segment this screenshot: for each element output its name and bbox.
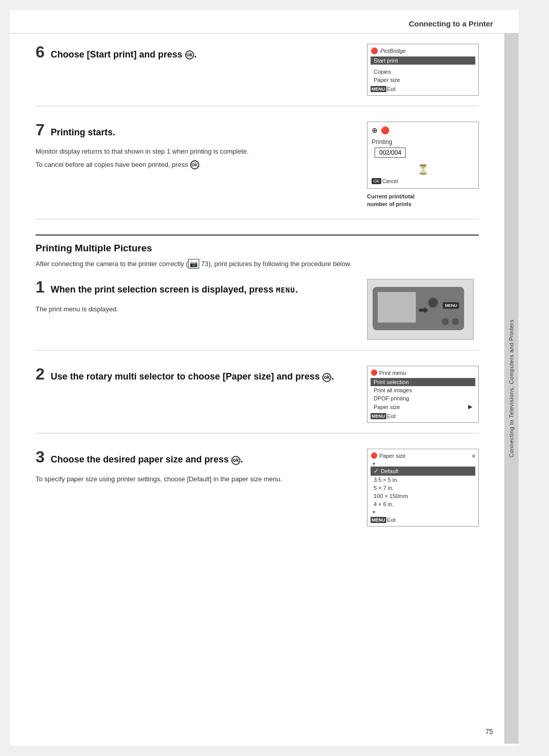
check-icon: ✓ [374,468,379,475]
dpof-item: DPOF printing [371,394,475,402]
menu-label-2: MENU [371,413,386,419]
step-6-title: Choose [Start print] and press ok. [51,49,197,61]
step-3-body1: To specify paper size using printer sett… [36,474,352,484]
camera-lens [428,297,439,308]
scroll-up: ▾ [371,461,475,467]
step-3-number: 3 [36,449,45,465]
menu-keyword-1: MENU [276,286,295,294]
step-3-title: Choose the desired paper size and press … [51,454,243,466]
pictbridge-label: PictBridge [380,48,406,54]
printing-label: Printing [372,138,474,146]
print-menu-header: 🔴 Print menu [371,369,475,376]
section-heading: Printing Multiple Pictures [36,243,479,254]
step-6-screen: 🔴 PictBridge Start print Copies Paper si… [367,44,479,96]
paper-size-footer: MENU Exit [371,517,475,523]
step-2-number: 2 [36,366,45,382]
step-2-right: 🔴 Print menu Print selection Print all i… [367,366,479,423]
default-item: ✓ Default [371,467,475,476]
camera-icon-7: 🔴 [381,126,389,134]
menu-button-camera: MENU [443,302,459,309]
exit-label-2: Exit [387,414,396,419]
paper-size-title: Paper size [379,453,406,459]
camera-btn-2 [442,318,449,325]
size-4-6-item: 4 × 6 in. [371,500,475,508]
main-content: 6 Choose [Start print] and press ok. 🔴 P… [10,34,504,744]
step-7-right: ⊕ 🔴 Printing 002/004 ⏳ OK Cancel [367,122,479,209]
ok-icon-3: ok [231,456,240,465]
camera-mockup-1: MENU ➡ [367,279,474,340]
size-5-7-item: 5 × 7 in. [371,484,475,492]
default-label: Default [381,468,399,474]
step-7-number: 7 [36,122,45,138]
step-6-section: 6 Choose [Start print] and press ok. 🔴 P… [36,44,479,106]
scroll-down: ▾ [371,508,475,515]
step-7-section: 7 Printing starts. Monitor display retur… [36,122,479,219]
cancel-label: Cancel [382,179,398,184]
step-6-right: 🔴 PictBridge Start print Copies Paper si… [367,44,479,96]
menu-label-3: MENU [371,517,386,523]
side-tab-text: Connecting to Televisions, Computers and… [508,319,514,457]
arrow-right-icon: ▶ [468,403,472,410]
step-7-body2: To cancel before all copies have been pr… [36,160,352,170]
size-3-5-item: 3.5 × 5 in. [371,476,475,484]
step-2-section: 2 Use the rotary multi selector to choos… [36,366,479,433]
print-menu-footer: MENU Exit [371,413,475,419]
step-2-left: 2 Use the rotary multi selector to choos… [36,366,352,423]
paper-size-item-6: Paper size [371,76,475,84]
menu-label-6: MENU [371,86,386,92]
page-ref-icon: 📷 [188,259,199,269]
screen-6-header: 🔴 PictBridge [371,47,475,54]
step-6-left: 6 Choose [Start print] and press ok. [36,44,352,96]
cancel-row: OK Cancel [372,178,474,184]
size-100-150-item: 100 × 150mm [371,492,475,500]
arrow-indicator: ➡ [418,304,428,317]
paper-size-header-left: 🔴 Paper size [371,452,406,459]
step-3-left: 3 Choose the desired paper size and pres… [36,449,352,527]
ok-icon-2: ok [322,373,331,382]
ok-icon-7: ok [190,160,199,169]
print-counter: 002/004 [375,148,406,158]
page-header: Connecting to a Printer [10,10,518,34]
print-caption: Current print/totalnumber of prints [367,193,479,209]
exit-label-6: Exit [387,86,396,92]
page-number: 75 [485,728,493,736]
step-2-title: Use the rotary multi selector to choose … [51,371,334,383]
paper-size-label-2: Paper size [374,404,400,410]
step-3-right: 🔴 Paper size ≡ ▾ ✓ Default 3.5 × 5 in. 5… [367,449,479,527]
printing-top-icons: ⊕ 🔴 [372,126,474,134]
paper-size-header: 🔴 Paper size ≡ [371,452,475,459]
step-7-body1: Monitor display returns to that shown in… [36,147,352,157]
step-7-title: Printing starts. [51,127,115,138]
paper-size-icon: 🔴 [371,452,378,459]
content-area: 6 Choose [Start print] and press ok. 🔴 P… [10,34,518,744]
side-tab: Connecting to Televisions, Computers and… [504,34,518,744]
printing-screen: ⊕ 🔴 Printing 002/004 ⏳ OK Cancel [367,122,479,189]
camera-btn-1 [452,318,459,325]
screen-6-footer: MENU Exit [371,86,475,92]
power-icon: ⊕ [372,126,378,134]
paper-size-menu-item: Paper size ▶ [371,402,475,411]
ok-cancel-btn: OK [372,178,381,184]
step-1-section: 1 When the print selection screen is dis… [36,279,479,351]
page: Connecting to a Printer 6 Choose [Start … [10,10,518,746]
paper-size-screen: 🔴 Paper size ≡ ▾ ✓ Default 3.5 × 5 in. 5… [367,449,479,527]
exit-label-3: Exit [387,517,396,523]
print-menu-label: Print menu [379,370,406,376]
step-1-left: 1 When the print selection screen is dis… [36,279,352,340]
step-3-section: 3 Choose the desired paper size and pres… [36,449,479,537]
pictbridge-icon: 🔴 [371,47,378,54]
start-print-item: Start print [371,56,475,65]
step-1-title: When the print selection screen is displ… [51,284,298,296]
print-menu-icon: 🔴 [371,369,378,376]
copies-item: Copies [371,68,475,76]
hourglass-icon: ⏳ [372,164,474,175]
ok-icon-6: ok [185,50,194,60]
section-header-area: Printing Multiple Pictures After connect… [36,235,479,269]
print-all-item: Print all images [371,386,475,394]
step-6-number: 6 [36,44,45,60]
step-7-left: 7 Printing starts. Monitor display retur… [36,122,352,209]
section-intro: After connecting the camera to the print… [36,259,479,269]
camera-lcd [378,292,416,323]
print-selection-item: Print selection [371,378,475,386]
scroll-icon: ≡ [472,453,475,459]
